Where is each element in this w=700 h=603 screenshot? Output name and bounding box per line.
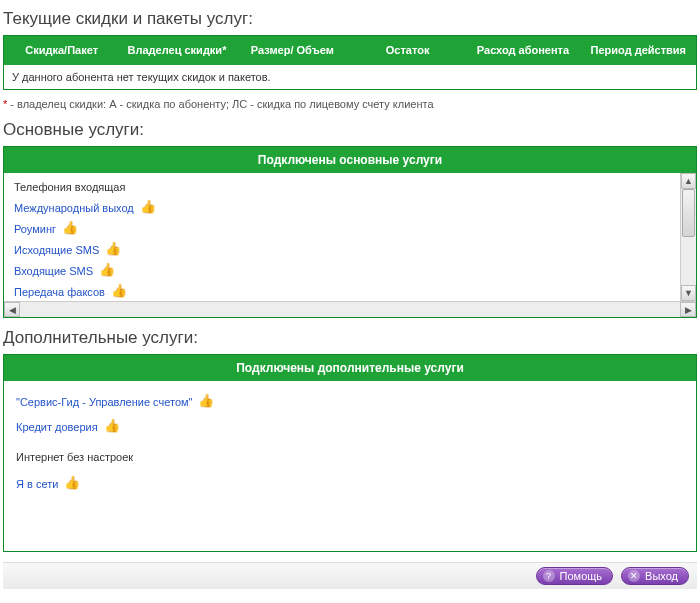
horizontal-scrollbar[interactable]: ◀ ▶ — [4, 301, 696, 317]
list-item: Входящие SMS 👍 — [4, 260, 680, 281]
service-link[interactable]: Исходящие SMS — [14, 244, 99, 256]
thumb-up-icon: 👍 — [140, 200, 156, 213]
thumb-up-icon: 👍 — [111, 284, 127, 297]
discounts-footnote: * - владелец скидки: А - скидка по абоне… — [3, 98, 697, 110]
scroll-down-icon[interactable]: ▼ — [681, 285, 696, 301]
thumb-up-icon: 👍 — [104, 419, 120, 432]
list-item: Исходящие SMS 👍 — [4, 239, 680, 260]
vertical-scrollbar[interactable]: ▲ ▼ — [680, 173, 696, 301]
list-item: Интернет без настроек — [4, 445, 696, 469]
scroll-right-icon[interactable]: ▶ — [680, 302, 696, 317]
service-link[interactable]: Роуминг — [14, 223, 56, 235]
list-item: Роуминг 👍 — [4, 218, 680, 239]
scroll-track[interactable] — [681, 189, 696, 285]
thumb-up-icon: 👍 — [99, 263, 115, 276]
main-services-title: Основные услуги: — [3, 120, 697, 140]
col-owner: Владелец скидки* — [119, 36, 234, 65]
service-label: Интернет без настроек — [16, 451, 133, 463]
additional-services-title: Дополнительные услуги: — [3, 328, 697, 348]
service-link[interactable]: Передача факсов — [14, 286, 105, 298]
footnote-text: - владелец скидки: А - скидка по абонент… — [7, 98, 433, 110]
thumb-up-icon: 👍 — [198, 394, 214, 407]
list-item: Телефония входящая — [4, 177, 680, 197]
footer-bar: ? Помощь ✕ Выход — [3, 562, 697, 589]
scroll-track-h[interactable] — [20, 302, 680, 317]
col-discount: Скидка/Пакет — [4, 36, 119, 65]
main-services-list: Телефония входящая Международный выход 👍… — [4, 173, 696, 301]
col-period: Период действия — [581, 36, 696, 65]
list-item: Передача факсов 👍 — [4, 281, 680, 301]
col-usage: Расход абонента — [465, 36, 580, 65]
service-link[interactable]: Входящие SMS — [14, 265, 93, 277]
list-item: "Сервис-Гид - Управление счетом" 👍 — [4, 389, 696, 414]
discounts-title: Текущие скидки и пакеты услуг: — [3, 9, 697, 29]
thumb-up-icon: 👍 — [62, 221, 78, 234]
exit-label: Выход — [645, 570, 678, 582]
list-item: Международный выход 👍 — [4, 197, 680, 218]
additional-services-list: "Сервис-Гид - Управление счетом" 👍 Креди… — [4, 381, 696, 551]
col-size: Размер/ Объем — [235, 36, 350, 65]
list-item: Кредит доверия 👍 — [4, 414, 696, 439]
additional-services-panel: Подключены дополнительные услуги "Сервис… — [3, 354, 697, 552]
service-link[interactable]: Международный выход — [14, 202, 134, 214]
help-button[interactable]: ? Помощь — [536, 567, 614, 585]
discounts-header-row: Скидка/Пакет Владелец скидки* Размер/ Об… — [4, 36, 696, 65]
scroll-up-icon[interactable]: ▲ — [681, 173, 696, 189]
main-services-panel: Подключены основные услуги Телефония вхо… — [3, 146, 697, 318]
service-link[interactable]: Я в сети — [16, 478, 58, 490]
main-services-header: Подключены основные услуги — [4, 147, 696, 173]
exit-button[interactable]: ✕ Выход — [621, 567, 689, 585]
service-label: Телефония входящая — [14, 181, 125, 193]
exit-icon: ✕ — [628, 570, 640, 582]
thumb-up-icon: 👍 — [64, 476, 80, 489]
list-item: Я в сети 👍 — [4, 471, 696, 496]
discounts-empty: У данного абонента нет текущих скидок и … — [4, 65, 696, 89]
col-remain: Остаток — [350, 36, 465, 65]
discounts-panel: Скидка/Пакет Владелец скидки* Размер/ Об… — [3, 35, 697, 90]
additional-services-header: Подключены дополнительные услуги — [4, 355, 696, 381]
scroll-thumb[interactable] — [682, 189, 695, 237]
scroll-left-icon[interactable]: ◀ — [4, 302, 20, 317]
service-link[interactable]: Кредит доверия — [16, 421, 98, 433]
service-link[interactable]: "Сервис-Гид - Управление счетом" — [16, 396, 192, 408]
help-icon: ? — [543, 570, 555, 582]
thumb-up-icon: 👍 — [105, 242, 121, 255]
help-label: Помощь — [560, 570, 603, 582]
